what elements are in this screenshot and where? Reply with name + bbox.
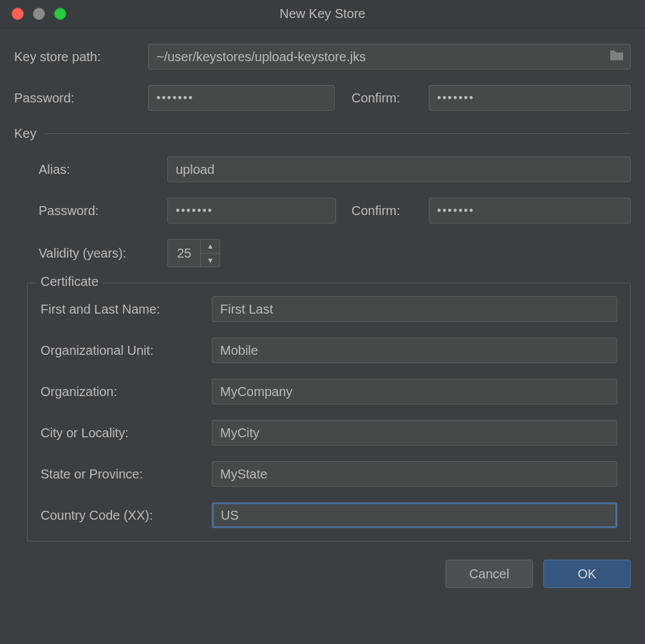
ok-button[interactable]: OK [543,560,631,588]
key-confirm-input[interactable]: ••••••• [429,198,631,223]
validity-spinner[interactable]: 25 ▲ ▼ [167,239,220,267]
keystore-path-label: Key store path: [14,50,148,64]
validity-row: Validity (years): 25 ▲ ▼ [39,239,631,267]
spinner-down[interactable]: ▼ [201,254,220,267]
alias-input[interactable]: upload [167,156,631,182]
maximize-window-button[interactable] [54,8,66,20]
validity-value: 25 [168,240,200,267]
organization-input[interactable]: MyCompany [212,379,617,404]
org-unit-row: Organizational Unit: Mobile [41,337,617,363]
first-last-label: First and Last Name: [41,302,212,317]
keystore-password-label: Password: [14,91,148,106]
keystore-password-input[interactable]: ••••••• [148,85,335,111]
validity-label: Validity (years): [39,246,167,261]
keystore-confirm-label: Confirm: [351,91,429,106]
alias-row: Alias: upload [39,156,631,182]
key-password-label: Password: [39,204,167,218]
key-password-row: Password: ••••••• Confirm: ••••••• [39,198,631,223]
country-row: Country Code (XX): US [41,502,617,528]
dialog-content: Key store path: ~/user/keystores/upload-… [0,28,645,542]
spinner-buttons: ▲ ▼ [200,240,220,267]
certificate-fieldset: Certificate First and Last Name: First L… [27,283,631,542]
folder-icon[interactable] [610,50,624,64]
state-label: State or Province: [41,467,212,482]
city-input[interactable]: MyCity [212,420,617,446]
first-last-row: First and Last Name: First Last [41,296,617,322]
org-unit-label: Organizational Unit: [41,343,212,358]
keystore-confirm-input[interactable]: ••••••• [429,85,631,111]
key-password-input[interactable]: ••••••• [167,198,336,223]
org-unit-input[interactable]: Mobile [212,337,617,363]
country-label: Country Code (XX): [41,508,212,523]
certificate-legend: Certificate [37,274,102,289]
organization-row: Organization: MyCompany [41,379,617,404]
keystore-password-row: Password: ••••••• Confirm: ••••••• [14,85,631,111]
minimize-window-button[interactable] [33,8,45,20]
spinner-up[interactable]: ▲ [201,240,220,254]
organization-label: Organization: [41,384,212,399]
cancel-button[interactable]: Cancel [445,560,533,588]
divider [44,133,631,134]
keystore-path-row: Key store path: ~/user/keystores/upload-… [14,44,631,70]
keystore-path-value: ~/user/keystores/upload-keystore.jks [156,50,366,64]
first-last-input[interactable]: First Last [212,296,617,322]
alias-label: Alias: [39,162,167,177]
titlebar: New Key Store [0,0,645,28]
city-label: City or Locality: [41,426,212,440]
close-window-button[interactable] [12,8,24,20]
country-input[interactable]: US [212,502,617,528]
key-section-header: Key [14,126,631,141]
state-row: State or Province: MyState [41,461,617,487]
window-title: New Key Store [0,6,645,21]
city-row: City or Locality: MyCity [41,420,617,446]
traffic-lights [0,8,66,20]
state-input[interactable]: MyState [212,461,617,487]
keystore-path-input[interactable]: ~/user/keystores/upload-keystore.jks [148,44,631,70]
dialog-footer: Cancel OK [0,542,645,588]
key-section-label: Key [14,126,36,141]
key-confirm-label: Confirm: [351,204,429,218]
